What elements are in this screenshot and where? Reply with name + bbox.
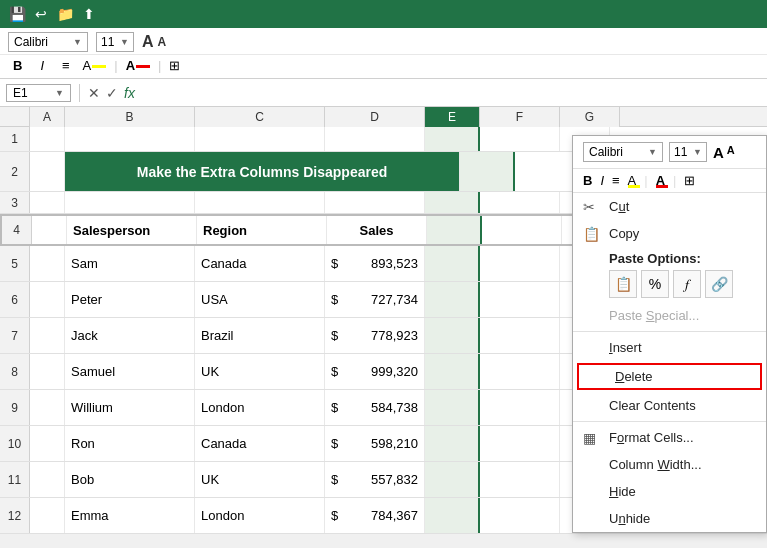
cell-e3[interactable] bbox=[425, 192, 480, 213]
ctx-border-button[interactable]: ⊞ bbox=[684, 173, 695, 188]
paste-icon-4[interactable]: 🔗 bbox=[705, 270, 733, 298]
cell-e10[interactable] bbox=[425, 426, 480, 461]
cell-d5[interactable]: $893,523 bbox=[325, 246, 425, 281]
ctx-delete-item[interactable]: Delete bbox=[577, 363, 762, 390]
cell-f3[interactable] bbox=[480, 192, 560, 213]
confirm-formula-icon[interactable]: ✓ bbox=[106, 85, 118, 101]
font-name-box[interactable]: Calibri ▼ bbox=[8, 32, 88, 52]
paste-icon-2[interactable]: % bbox=[641, 270, 669, 298]
cell-b10[interactable]: Ron bbox=[65, 426, 195, 461]
col-header-f[interactable]: F bbox=[480, 107, 560, 127]
cell-b9[interactable]: Willium bbox=[65, 390, 195, 425]
cell-d11[interactable]: $557,832 bbox=[325, 462, 425, 497]
cell-e11[interactable] bbox=[425, 462, 480, 497]
cell-f10[interactable] bbox=[480, 426, 560, 461]
title-cell[interactable]: Make the Extra Columns Disappeared bbox=[65, 152, 460, 191]
cell-f7[interactable] bbox=[480, 318, 560, 353]
font-grow-icon[interactable]: A bbox=[142, 33, 154, 51]
italic-button[interactable]: I bbox=[35, 57, 49, 74]
cell-c6[interactable]: USA bbox=[195, 282, 325, 317]
ctx-align-button[interactable]: ≡ bbox=[612, 173, 620, 188]
cell-e9[interactable] bbox=[425, 390, 480, 425]
cell-e2[interactable] bbox=[460, 152, 515, 191]
cell-e8[interactable] bbox=[425, 354, 480, 389]
cell-b4-header[interactable]: Salesperson bbox=[67, 216, 197, 244]
ctx-bold-button[interactable]: B bbox=[583, 173, 592, 188]
highlight-button[interactable]: A bbox=[83, 58, 107, 73]
ctx-unhide-item[interactable]: Unhide bbox=[573, 505, 766, 532]
cell-a10[interactable] bbox=[30, 426, 65, 461]
cell-b11[interactable]: Bob bbox=[65, 462, 195, 497]
ctx-copy-item[interactable]: 📋 Copy bbox=[573, 220, 766, 247]
ctx-insert-item[interactable]: Insert bbox=[573, 334, 766, 361]
col-header-b[interactable]: B bbox=[65, 107, 195, 127]
cell-c11[interactable]: UK bbox=[195, 462, 325, 497]
ctx-clear-contents-item[interactable]: Clear Contents bbox=[573, 392, 766, 419]
col-header-d[interactable]: D bbox=[325, 107, 425, 127]
cell-b6[interactable]: Peter bbox=[65, 282, 195, 317]
save-icon[interactable]: 💾 bbox=[8, 5, 26, 23]
cell-a11[interactable] bbox=[30, 462, 65, 497]
col-header-e[interactable]: E bbox=[425, 107, 480, 127]
cell-e12[interactable] bbox=[425, 498, 480, 533]
cell-e5[interactable] bbox=[425, 246, 480, 281]
ctx-paste-special-item[interactable]: Paste Special... bbox=[573, 302, 766, 329]
cell-f1[interactable] bbox=[480, 127, 560, 151]
cell-d1[interactable] bbox=[325, 127, 425, 151]
font-size-box[interactable]: 11 ▼ bbox=[96, 32, 134, 52]
cancel-formula-icon[interactable]: ✕ bbox=[88, 85, 100, 101]
ctx-italic-button[interactable]: I bbox=[600, 173, 604, 188]
cell-f6[interactable] bbox=[480, 282, 560, 317]
bold-button[interactable]: B bbox=[8, 57, 27, 74]
paste-icon-3[interactable]: 𝑓 bbox=[673, 270, 701, 298]
ctx-font-name-box[interactable]: Calibri ▼ bbox=[583, 142, 663, 162]
ctx-font-size-box[interactable]: 11 ▼ bbox=[669, 142, 707, 162]
cell-b1[interactable] bbox=[65, 127, 195, 151]
cell-d12[interactable]: $784,367 bbox=[325, 498, 425, 533]
border-button[interactable]: ⊞ bbox=[169, 58, 180, 73]
cell-a4[interactable] bbox=[32, 216, 67, 244]
cell-a7[interactable] bbox=[30, 318, 65, 353]
ctx-highlight-button[interactable]: A bbox=[628, 173, 637, 188]
ctx-cut-item[interactable]: ✂ Cut bbox=[573, 193, 766, 220]
cell-a9[interactable] bbox=[30, 390, 65, 425]
font-color-button[interactable]: A bbox=[126, 58, 150, 73]
cell-f8[interactable] bbox=[480, 354, 560, 389]
cell-d4-header[interactable]: Sales bbox=[327, 216, 427, 244]
ctx-column-width-item[interactable]: Column Width... bbox=[573, 451, 766, 478]
cell-b3[interactable] bbox=[65, 192, 195, 213]
cell-b8[interactable]: Samuel bbox=[65, 354, 195, 389]
cell-b7[interactable]: Jack bbox=[65, 318, 195, 353]
cell-b12[interactable]: Emma bbox=[65, 498, 195, 533]
cell-c7[interactable]: Brazil bbox=[195, 318, 325, 353]
ctx-hide-item[interactable]: Hide bbox=[573, 478, 766, 505]
cell-d7[interactable]: $778,923 bbox=[325, 318, 425, 353]
cell-c3[interactable] bbox=[195, 192, 325, 213]
cell-f4[interactable] bbox=[482, 216, 562, 244]
cell-d6[interactable]: $727,734 bbox=[325, 282, 425, 317]
col-header-g[interactable]: G bbox=[560, 107, 620, 127]
ctx-font-color-button[interactable]: A bbox=[656, 173, 665, 188]
cell-d3[interactable] bbox=[325, 192, 425, 213]
cell-d10[interactable]: $598,210 bbox=[325, 426, 425, 461]
folder-icon[interactable]: 📁 bbox=[56, 5, 74, 23]
cell-c9[interactable]: London bbox=[195, 390, 325, 425]
cell-e6[interactable] bbox=[425, 282, 480, 317]
cell-f5[interactable] bbox=[480, 246, 560, 281]
cell-c5[interactable]: Canada bbox=[195, 246, 325, 281]
cell-f12[interactable] bbox=[480, 498, 560, 533]
formula-input[interactable] bbox=[143, 85, 761, 100]
cell-d9[interactable]: $584,738 bbox=[325, 390, 425, 425]
cell-ref-box[interactable]: E1 ▼ bbox=[6, 84, 71, 102]
cell-d8[interactable]: $999,320 bbox=[325, 354, 425, 389]
cell-e7[interactable] bbox=[425, 318, 480, 353]
cell-f11[interactable] bbox=[480, 462, 560, 497]
cell-b5[interactable]: Sam bbox=[65, 246, 195, 281]
cell-c12[interactable]: London bbox=[195, 498, 325, 533]
col-header-c[interactable]: C bbox=[195, 107, 325, 127]
undo-icon[interactable]: ↩ bbox=[32, 5, 50, 23]
cell-a12[interactable] bbox=[30, 498, 65, 533]
cell-f9[interactable] bbox=[480, 390, 560, 425]
upload-icon[interactable]: ⬆ bbox=[80, 5, 98, 23]
col-header-a[interactable]: A bbox=[30, 107, 65, 127]
